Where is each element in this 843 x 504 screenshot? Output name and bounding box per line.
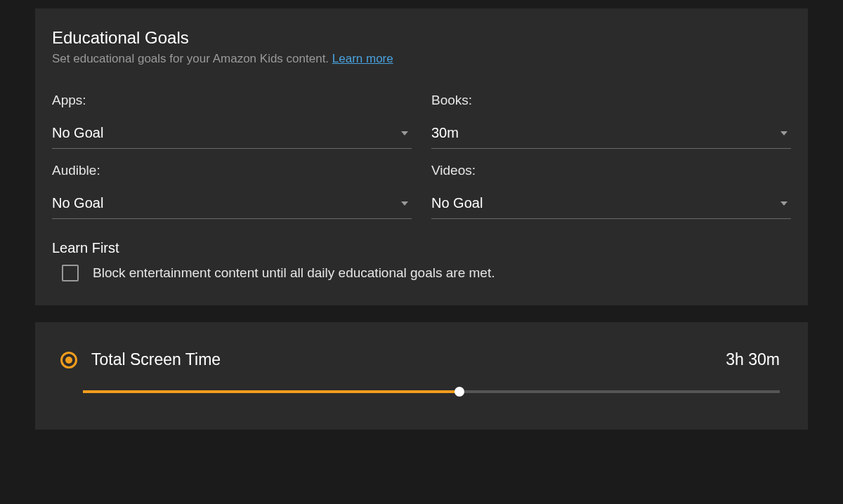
field-apps: Apps: No Goal xyxy=(52,93,412,149)
select-apps[interactable]: No Goal xyxy=(52,121,412,149)
field-videos: Videos: No Goal xyxy=(431,163,791,219)
screen-time-title: Total Screen Time xyxy=(91,350,221,369)
educational-goals-title: Educational Goals xyxy=(52,28,791,48)
select-audible[interactable]: No Goal xyxy=(52,191,412,219)
chevron-down-icon xyxy=(780,199,788,208)
screen-time-slider[interactable] xyxy=(83,390,780,393)
chevron-down-icon xyxy=(400,129,409,138)
label-books: Books: xyxy=(431,93,791,108)
screen-time-card: Total Screen Time 3h 30m xyxy=(35,322,808,430)
select-books-value: 30m xyxy=(431,125,459,141)
screen-time-row: Total Screen Time 3h 30m xyxy=(52,342,791,369)
field-audible: Audible: No Goal xyxy=(52,163,412,219)
subtitle-text: Set educational goals for your Amazon Ki… xyxy=(52,52,332,65)
learn-first-title: Learn First xyxy=(52,240,791,256)
learn-first-label: Block entertainment content until all da… xyxy=(93,265,495,281)
select-audible-value: No Goal xyxy=(52,195,103,211)
radio-inner xyxy=(65,357,72,364)
label-videos: Videos: xyxy=(431,163,791,178)
learn-more-link[interactable]: Learn more xyxy=(332,52,393,65)
slider-thumb[interactable] xyxy=(455,387,464,397)
select-videos-value: No Goal xyxy=(431,195,483,211)
chevron-down-icon xyxy=(400,199,409,208)
select-apps-value: No Goal xyxy=(52,125,103,141)
screen-time-left: Total Screen Time xyxy=(60,350,221,369)
slider-fill xyxy=(83,390,459,393)
select-videos[interactable]: No Goal xyxy=(431,191,791,219)
educational-goals-card: Educational Goals Set educational goals … xyxy=(35,8,808,305)
screen-time-value: 3h 30m xyxy=(726,350,780,369)
screen-time-radio[interactable] xyxy=(60,352,77,369)
learn-first-row: Block entertainment content until all da… xyxy=(52,265,791,281)
goals-grid: Apps: No Goal Books: 30m Audible: No Goa… xyxy=(52,93,791,219)
field-books: Books: 30m xyxy=(431,93,791,149)
chevron-down-icon xyxy=(780,129,788,138)
label-apps: Apps: xyxy=(52,93,412,108)
label-audible: Audible: xyxy=(52,163,412,178)
select-books[interactable]: 30m xyxy=(431,121,791,149)
learn-first-checkbox[interactable] xyxy=(62,265,79,281)
educational-goals-subtitle: Set educational goals for your Amazon Ki… xyxy=(52,52,791,66)
